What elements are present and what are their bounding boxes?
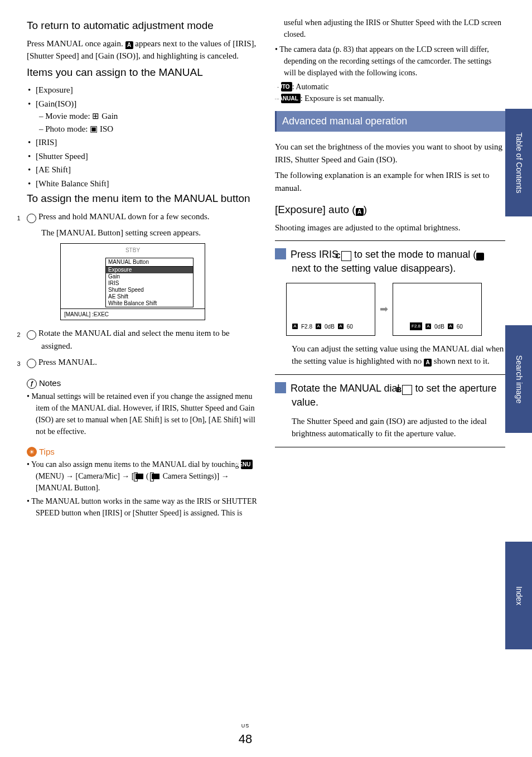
shot-stby: STBY [61,244,205,257]
step-2-after: The Shutter Speed and gain (ISO) are adj… [275,415,505,440]
label-c-icon: C [341,251,351,261]
shot-selected: Exposure [106,267,193,273]
auto-a-icon-2: A [356,208,364,216]
tab-blank [505,649,532,757]
tab-toc[interactable]: Table of Contents [505,108,532,216]
folder-icon [136,474,143,479]
shot-footer: [MANUAL] :EXEC [61,308,205,320]
divider [275,240,505,241]
para-return-auto: Press MANUAL once again. A appears next … [27,37,257,62]
tab-blank [505,0,532,108]
item-gain: [Gain(ISO)] Movie mode: ⊞ Gain Photo mod… [27,98,257,136]
tip-camera-data: The camera data (p. 83) that appears on … [275,44,505,104]
item-gain-movie: Movie mode: ⊞ Gain [39,110,257,123]
auto-badge-icon: AUTO [281,82,292,91]
iris-diagram: A F2.8 A 0dB A 60 ➡ F2.8 A 0dB A 60 [286,283,505,336]
step-number-3-icon: 3 [27,359,36,368]
intro-2: The following explanation is an example … [275,169,505,194]
mini-a-icon: A [425,324,431,329]
arrow-right-icon: ➡ [380,302,388,317]
shot-menu-title: MANUAL Button [106,258,193,267]
step-box-1-icon: 1 [275,248,286,259]
side-tabs: Table of Contents Search image Index [505,0,532,757]
heading-items-assign: Items you can assign to the MANUAL [27,66,257,80]
auto-a-icon: A [125,41,133,49]
step-3: 3Press MANUAL. [27,356,257,369]
notes-icon: ƒ [27,379,37,389]
page-number: US 48 [0,722,491,749]
auto-a-icon-4: A [424,359,432,367]
tab-index[interactable]: Index [505,541,532,649]
manual-badge-icon: MANUAL [281,94,301,103]
film-icon: ⊞ [92,111,99,120]
shot-opt-shutter: Shutter Speed [106,287,193,293]
mini-a-icon: A [338,324,344,329]
divider [275,374,505,375]
tab-blank [505,216,532,324]
heading-exposure-auto: [Exposure] auto (A) [275,203,505,217]
icon-auto-line: – AUTO: Automatic [284,81,505,93]
section-advanced-manual: Advanced manual operation [275,111,505,132]
note-1: Manual settings will be retained even if… [27,390,257,437]
item-exposure: [Exposure] [27,84,257,97]
exposure-auto-para: Shooting images are adjusted to the opti… [275,221,505,234]
step-2: 2Rotate the MANUAL dial and select the m… [27,327,257,352]
icon-manual-line: – MANUAL: Exposure is set manually. [284,93,505,104]
item-iris: [IRIS] [27,136,257,149]
diagram-after: F2.8 A 0dB A 60 [393,283,482,336]
left-column: To return to automatic adjustment mode P… [27,17,268,714]
menu-badge-icon: MENU [241,460,253,469]
tip-cont-list: The camera data (p. 83) that appears on … [275,44,505,104]
step-number-1-icon: 1 [27,214,36,223]
tips-list: You can also assign menu items to the MA… [27,459,257,519]
item-gain-photo: Photo mode: ▣ ISO [39,123,257,136]
divider [275,447,505,447]
notes-heading: ƒ Notes [27,377,61,390]
f28-inverted: F2.8 [410,322,422,330]
intro-1: You can set the brightness of the movies… [275,141,505,166]
heading-return-auto: To return to automatic adjustment mode [27,19,257,33]
step-box-2-icon: 2 [275,382,286,393]
mini-a-icon: A [316,324,321,329]
tips-icon [27,447,37,457]
shot-opt-ae: AE Shift [106,293,193,300]
step-1-after: You can adjust the setting value using t… [275,343,505,368]
shot-opt-gain: Gain [106,273,193,280]
item-ae-shift: [AE Shift] [27,163,257,176]
tip-1: You can also assign menu items to the MA… [27,459,257,494]
step-number-2-icon: 2 [27,330,36,340]
right-column: useful when adjusting the IRIS or Shutte… [268,17,521,714]
tip-2: The MANUAL button works in the same way … [27,495,257,519]
mini-a-icon: A [448,324,453,329]
big-step-1: 1Press IRIS C to set the mode to manual … [275,248,505,276]
item-shutter: [Shutter Speed] [27,150,257,163]
heading-assign-button: To assign the menu item to the MANUAL bu… [27,192,257,206]
camera-icon: ▣ [90,124,98,133]
item-wb-shift: [White Balance Shift] [27,177,257,190]
tab-blank [505,433,532,541]
folder-icon-2 [152,474,159,479]
label-b-icon: B [402,385,412,395]
diagram-before: A F2.8 A 0dB A 60 [286,283,375,336]
auto-a-icon-3: A [476,253,484,261]
assignable-items-list: [Exposure] [Gain(ISO)] Movie mode: ⊞ Gai… [27,84,257,190]
big-step-2: 2Rotate the MANUAL dial B to set the ape… [275,382,505,409]
mini-a-icon: A [292,324,298,329]
tips-heading: Tips [27,446,55,459]
shot-opt-iris: IRIS [106,280,193,287]
notes-list: Manual settings will be retained even if… [27,390,257,437]
step-1-body: The [MANUAL Button] setting screen appea… [27,226,257,239]
step-1: 1Press and hold MANUAL down for a few se… [27,210,257,223]
shot-opt-wb: White Balance Shift [106,300,193,307]
manual-button-screenshot: STBY MANUAL Button Exposure Gain IRIS Sh… [60,243,205,320]
tab-search[interactable]: Search image [505,324,532,433]
tip-2-cont: useful when adjusting the IRIS or Shutte… [275,17,505,40]
